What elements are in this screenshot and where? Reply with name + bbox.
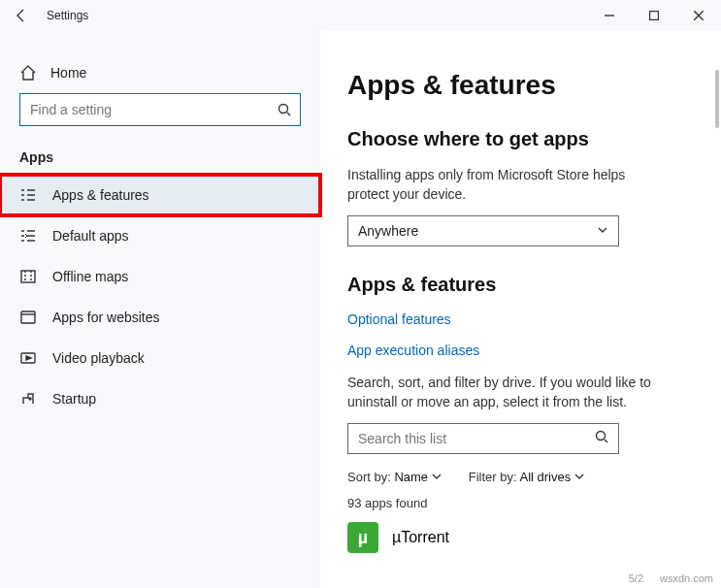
svg-point-1 xyxy=(279,105,288,114)
watermark: wsxdn.com xyxy=(660,572,713,584)
apps-websites-icon xyxy=(19,309,37,326)
nav-startup[interactable]: Startup xyxy=(0,378,320,419)
app-source-dropdown[interactable]: Anywhere xyxy=(347,215,619,246)
svg-point-6 xyxy=(597,432,606,441)
apps-count: 93 apps found xyxy=(347,496,694,510)
search-icon xyxy=(595,430,608,447)
svg-rect-2 xyxy=(21,271,35,282)
section-heading-apps: Apps & features xyxy=(347,274,694,296)
utorrent-icon: µ xyxy=(347,522,378,553)
chevron-down-icon xyxy=(432,470,442,484)
nav-default-apps[interactable]: Default apps xyxy=(0,215,320,256)
nav-apps-features[interactable]: Apps & features xyxy=(0,175,320,215)
nav-label: Startup xyxy=(52,391,96,407)
minimize-button[interactable] xyxy=(587,0,632,31)
sort-label: Sort by: xyxy=(347,470,391,484)
category-heading: Apps xyxy=(0,146,320,175)
scrollbar-thumb[interactable] xyxy=(715,70,719,128)
titlebar: Settings xyxy=(0,0,721,31)
search-apps[interactable] xyxy=(347,423,619,454)
chevron-down-icon xyxy=(574,470,584,484)
maximize-button[interactable] xyxy=(632,0,676,31)
nav-label: Apps & features xyxy=(52,187,149,203)
svg-point-5 xyxy=(29,398,31,400)
svg-rect-0 xyxy=(650,12,659,20)
vertical-scrollbar[interactable] xyxy=(715,31,719,588)
optional-features-link[interactable]: Optional features xyxy=(347,311,694,327)
sort-by-control[interactable]: Sort by: Name xyxy=(347,470,442,484)
section-heading-where: Choose where to get apps xyxy=(347,128,694,150)
sidebar: Home Apps Apps & features xyxy=(0,31,320,588)
apps-features-icon xyxy=(19,186,37,204)
section-desc-apps: Search, sort, and filter by drive. If yo… xyxy=(347,374,658,411)
sort-filter-row: Sort by: Name Filter by: All drives xyxy=(347,470,694,484)
search-icon xyxy=(269,103,300,116)
back-button[interactable] xyxy=(0,8,43,23)
app-execution-aliases-link[interactable]: App execution aliases xyxy=(347,343,694,358)
default-apps-icon xyxy=(19,227,37,245)
filter-value: All drives xyxy=(519,470,571,484)
sort-value: Name xyxy=(394,470,428,484)
svg-rect-3 xyxy=(21,311,35,323)
nav-label: Default apps xyxy=(52,228,129,244)
nav-offline-maps[interactable]: Offline maps xyxy=(0,256,320,297)
startup-icon xyxy=(19,390,37,408)
video-playback-icon xyxy=(19,349,37,367)
nav-list: Apps & features Default apps Offline map… xyxy=(0,175,320,419)
nav-apps-websites[interactable]: Apps for websites xyxy=(0,297,320,338)
page-title: Apps & features xyxy=(347,70,694,101)
watermark-date: 5/2 xyxy=(629,572,643,584)
chevron-down-icon xyxy=(597,223,608,239)
search-settings[interactable] xyxy=(19,93,301,126)
app-name: µTorrent xyxy=(392,529,449,546)
home-label: Home xyxy=(50,65,86,81)
home-icon xyxy=(19,64,37,82)
filter-by-control[interactable]: Filter by: All drives xyxy=(469,470,584,484)
nav-label: Apps for websites xyxy=(52,310,160,325)
app-list-item[interactable]: µ µTorrent xyxy=(347,522,694,553)
section-desc-where: Installing apps only from Microsoft Stor… xyxy=(347,166,639,204)
nav-label: Video playback xyxy=(52,350,145,366)
dropdown-value: Anywhere xyxy=(358,223,418,239)
close-button[interactable] xyxy=(676,0,721,31)
search-apps-input[interactable] xyxy=(358,431,595,446)
search-input[interactable] xyxy=(20,102,269,117)
filter-label: Filter by: xyxy=(469,470,517,484)
offline-maps-icon xyxy=(19,268,37,285)
home-link[interactable]: Home xyxy=(0,58,320,93)
nav-video-playback[interactable]: Video playback xyxy=(0,338,320,378)
content-pane: Apps & features Choose where to get apps… xyxy=(320,31,721,588)
window-title: Settings xyxy=(43,9,587,22)
nav-label: Offline maps xyxy=(52,269,128,284)
